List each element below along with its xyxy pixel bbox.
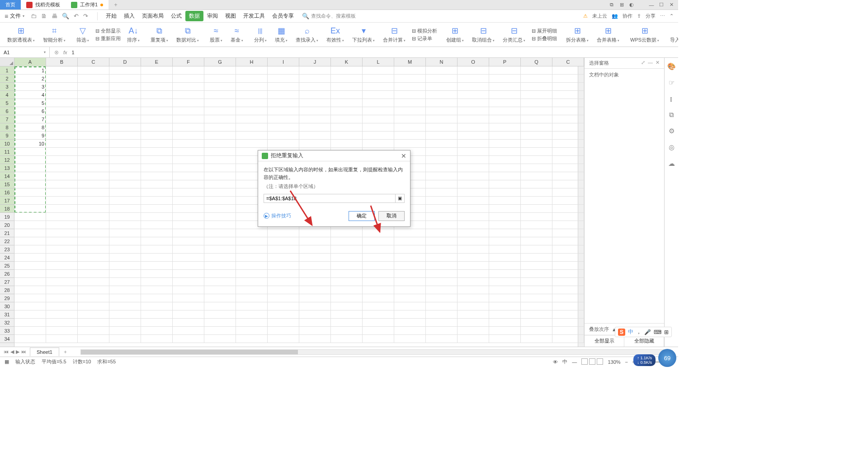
cell[interactable] <box>268 335 299 343</box>
cell[interactable] <box>521 115 552 123</box>
cell[interactable] <box>394 262 426 270</box>
cell[interactable] <box>458 221 489 229</box>
cell[interactable] <box>552 205 584 213</box>
cell[interactable] <box>109 237 141 245</box>
cell[interactable] <box>489 310 521 319</box>
cell[interactable] <box>141 319 173 327</box>
cell[interactable] <box>204 91 236 99</box>
cell[interactable] <box>78 66 109 75</box>
cell[interactable] <box>363 107 394 115</box>
sheet-next-icon[interactable]: ▶ <box>16 349 19 355</box>
cell[interactable] <box>204 286 236 294</box>
cell[interactable] <box>458 213 489 221</box>
row-header-4[interactable]: 4 <box>0 91 14 99</box>
cell[interactable] <box>458 237 489 245</box>
cell[interactable] <box>268 245 299 254</box>
menu-开始[interactable]: 开始 <box>102 11 120 21</box>
cell[interactable] <box>236 140 268 148</box>
cell[interactable] <box>46 262 78 270</box>
cell[interactable] <box>299 335 331 343</box>
cell[interactable] <box>363 302 394 310</box>
cell[interactable] <box>141 164 173 172</box>
cell[interactable] <box>78 107 109 115</box>
cell[interactable] <box>394 319 426 327</box>
cell[interactable] <box>552 164 584 172</box>
cell[interactable] <box>363 83 394 91</box>
cell[interactable] <box>236 99 268 107</box>
cell[interactable] <box>426 197 458 205</box>
cell[interactable] <box>14 270 46 278</box>
cell[interactable] <box>141 83 173 91</box>
cell[interactable] <box>426 66 458 75</box>
row-header-26[interactable]: 26 <box>0 270 14 278</box>
name-box[interactable]: A1▾ <box>0 47 50 57</box>
cell[interactable] <box>363 123 394 132</box>
cell[interactable] <box>78 156 109 164</box>
cell[interactable] <box>331 245 363 254</box>
row-header-32[interactable]: 32 <box>0 319 14 327</box>
cell[interactable] <box>46 180 78 188</box>
cell[interactable] <box>109 66 141 75</box>
ribbon-基金[interactable]: ≈基金▾ <box>227 23 247 47</box>
cell[interactable] <box>458 245 489 254</box>
cell[interactable] <box>363 237 394 245</box>
cell[interactable] <box>268 302 299 310</box>
cell[interactable] <box>236 91 268 99</box>
cell[interactable] <box>46 294 78 302</box>
cell[interactable] <box>46 115 78 123</box>
cell[interactable] <box>46 229 78 237</box>
cell[interactable] <box>458 254 489 262</box>
cell[interactable] <box>458 66 489 75</box>
cell[interactable] <box>109 286 141 294</box>
cell[interactable] <box>552 107 584 115</box>
cell[interactable] <box>173 319 204 327</box>
dialog-close-button[interactable]: ✕ <box>401 152 406 160</box>
cell[interactable] <box>109 335 141 343</box>
cell[interactable] <box>46 286 78 294</box>
cell[interactable] <box>426 75 458 83</box>
cell[interactable] <box>299 132 331 140</box>
cell[interactable] <box>141 156 173 164</box>
network-widget[interactable]: ↑ 1.1K/s ↓ 0.5K/s <box>633 354 656 366</box>
col-header-J[interactable]: J <box>299 58 331 66</box>
cell[interactable] <box>141 197 173 205</box>
cell[interactable] <box>521 221 552 229</box>
cell[interactable] <box>458 205 489 213</box>
cell[interactable] <box>299 75 331 83</box>
col-header-C[interactable]: C <box>552 58 584 66</box>
cell[interactable] <box>552 270 584 278</box>
cell[interactable] <box>14 188 46 197</box>
cell[interactable] <box>331 310 363 319</box>
cell[interactable] <box>14 221 46 229</box>
cell[interactable] <box>426 156 458 164</box>
cell[interactable] <box>299 140 331 148</box>
cell[interactable] <box>141 213 173 221</box>
cell[interactable] <box>394 302 426 310</box>
cell[interactable] <box>14 180 46 188</box>
cell[interactable] <box>331 140 363 148</box>
cell[interactable] <box>268 237 299 245</box>
cell[interactable] <box>173 335 204 343</box>
cell[interactable] <box>204 66 236 75</box>
cell[interactable] <box>521 262 552 270</box>
tab-home[interactable]: 首页 <box>0 0 21 9</box>
file-dropdown-icon[interactable]: ▾ <box>23 14 24 18</box>
cell[interactable] <box>521 99 552 107</box>
cell[interactable] <box>14 254 46 262</box>
cell[interactable] <box>299 278 331 286</box>
cell[interactable] <box>141 107 173 115</box>
cell[interactable] <box>299 286 331 294</box>
cell[interactable] <box>14 148 46 156</box>
cell[interactable] <box>363 66 394 75</box>
app-grid-icon[interactable]: ⊞ <box>618 2 625 8</box>
cell[interactable] <box>46 123 78 132</box>
cancel-button[interactable]: 取消 <box>378 211 405 221</box>
cell[interactable] <box>204 327 236 335</box>
cell[interactable] <box>458 188 489 197</box>
cell[interactable] <box>78 310 109 319</box>
cell[interactable] <box>268 83 299 91</box>
cell[interactable] <box>489 197 521 205</box>
cell[interactable] <box>552 197 584 205</box>
cell[interactable] <box>552 254 584 262</box>
cell[interactable] <box>489 91 521 99</box>
